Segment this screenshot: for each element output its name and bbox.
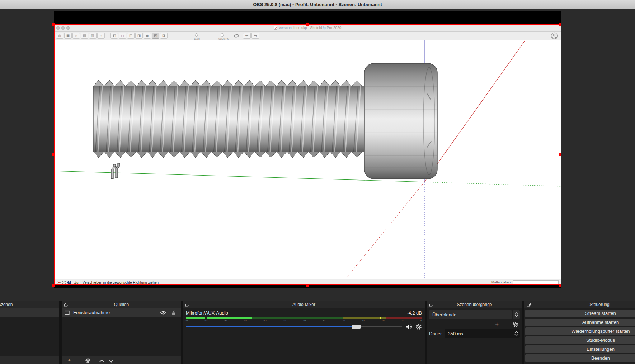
transition-properties-gear-icon[interactable] — [512, 321, 518, 327]
view-front-icon[interactable]: ◻ — [119, 33, 126, 39]
zoom-button[interactable] — [66, 26, 70, 30]
measurements-label: Maßangaben — [491, 281, 511, 284]
source-row[interactable]: Fensteraufnahme — [62, 308, 181, 317]
meter-scale: -60 -55 -50 -45 -40 -35 -30 -25 -20 -15 … — [186, 319, 422, 323]
remove-transition-button[interactable]: − — [504, 321, 507, 327]
speaker-icon[interactable] — [406, 324, 413, 330]
mixer-panel-title: Audio-Mixer — [183, 302, 425, 307]
sketchup-doc-icon — [274, 26, 277, 30]
remove-source-button[interactable]: − — [74, 356, 83, 364]
transitions-panel-header[interactable]: Szenenübergänge — [427, 301, 522, 308]
close-button[interactable] — [56, 26, 60, 30]
small-component[interactable] — [111, 163, 120, 179]
transition-select[interactable]: Überblende — [429, 310, 512, 319]
meter-fill — [186, 317, 252, 319]
geolocation-icon[interactable] — [57, 281, 61, 284]
selection-handle-bottom-right[interactable] — [559, 284, 561, 287]
duration-field[interactable]: 350 ms — [445, 329, 520, 338]
shadow-date-slider[interactable]: 11/08 — [178, 32, 200, 39]
chevron-down-icon — [515, 315, 518, 317]
dock-float-icon[interactable] — [429, 302, 434, 307]
shadow-time-slider[interactable]: 01:30 PM — [203, 32, 229, 39]
duration-spinner[interactable] — [514, 331, 518, 336]
add-transition-button[interactable]: + — [495, 321, 499, 327]
sketchup-window: verschneiden.skp - SketchUp Pro 2020 ◍ ▣… — [54, 24, 561, 285]
transition-select-spinner[interactable] — [513, 310, 520, 319]
zoom-extents-icon[interactable]: ▣ — [64, 33, 72, 39]
swirl-icon[interactable] — [233, 33, 240, 39]
view-top-icon[interactable]: ◧ — [110, 33, 118, 39]
duration-value: 350 ms — [448, 331, 514, 336]
orbit-tool-icon[interactable]: ◍ — [56, 33, 64, 39]
scenes-panel-header[interactable]: Szenen — [0, 301, 59, 308]
scene-back-icon[interactable]: ▤ — [81, 33, 88, 39]
fog-toggle-icon[interactable]: ◪ — [160, 33, 168, 39]
view-side-icon[interactable]: ◫ — [127, 33, 135, 39]
scene-forward-icon[interactable]: ▥ — [89, 33, 97, 39]
controls-panel-title: Steuerung — [524, 302, 635, 307]
account-icon[interactable] — [551, 32, 558, 39]
scenes-panel-title: Szenen — [0, 302, 59, 307]
selection-handle-top-left[interactable] — [52, 23, 55, 26]
mixer-panel-header[interactable]: Audio-Mixer — [183, 301, 425, 308]
selection-handle-top-center[interactable] — [306, 23, 309, 26]
obs-window-title: OBS 25.0.8 (mac) - Profil: Unbenannt - S… — [253, 2, 382, 7]
dock-float-icon[interactable] — [526, 302, 531, 307]
sketchup-viewport[interactable] — [54, 40, 561, 279]
undo-button[interactable]: ↩ — [243, 33, 251, 39]
sketchup-toolbar: ◍ ▣ ⌂ ▤ ▥ ⌂ ◧ ◻ ◫ ◨ ◆ ◩ ◪ 11/08 01:30 PM — [54, 32, 561, 40]
sources-panel-header[interactable]: Quellen — [62, 301, 181, 308]
help-icon[interactable] — [67, 281, 71, 284]
iso-view-icon[interactable]: ⌂ — [97, 33, 105, 39]
dock-float-icon[interactable] — [64, 302, 69, 307]
scene-row-selected[interactable] — [0, 308, 59, 317]
studio-mode-button[interactable]: Studio-Modus — [525, 336, 635, 344]
move-source-up-icon[interactable] — [97, 358, 107, 363]
exit-button[interactable]: Beenden — [525, 354, 635, 362]
visibility-eye-icon[interactable] — [160, 311, 166, 315]
preview-canvas[interactable]: verschneiden.skp - SketchUp Pro 2020 ◍ ▣… — [54, 11, 561, 288]
scenes-toolbar — [0, 356, 59, 364]
scenes-panel: Szenen — [0, 301, 59, 364]
mixer-level-db: -4.2 dB — [407, 310, 422, 316]
view-back-icon[interactable]: ◨ — [135, 33, 143, 39]
redo-button[interactable]: ↪ — [251, 33, 259, 39]
shadow-active-icon[interactable]: ◩ — [152, 33, 159, 39]
measurements-input[interactable] — [513, 280, 559, 284]
selection-handle-top-right[interactable] — [559, 23, 561, 26]
move-source-down-icon[interactable] — [107, 358, 116, 363]
selection-handle-mid-left[interactable] — [52, 153, 55, 156]
settings-button[interactable]: Einstellungen — [525, 345, 635, 353]
selection-handle-mid-right[interactable] — [559, 153, 561, 156]
add-source-button[interactable]: + — [65, 356, 74, 364]
home-view-icon[interactable]: ⌂ — [72, 33, 80, 39]
shadow-date-label: 11/08 — [194, 38, 200, 40]
transitions-panel: Szenenübergänge Überblende + − Dauer — [427, 301, 522, 364]
start-streaming-button[interactable]: Stream starten — [525, 310, 635, 317]
info-icon[interactable] — [62, 281, 66, 284]
start-replay-buffer-button[interactable]: Wiederholungspuffer starten — [525, 327, 635, 335]
sources-panel-title: Quellen — [62, 302, 181, 307]
shadow-toggle-icon[interactable]: ◆ — [144, 33, 151, 39]
start-recording-button[interactable]: Aufnahme starten — [525, 318, 635, 326]
source-properties-gear-icon[interactable] — [83, 357, 93, 363]
screw-model[interactable] — [93, 63, 437, 179]
volume-handle[interactable] — [352, 325, 361, 329]
controls-panel: Steuerung Stream starten Aufnahme starte… — [524, 301, 635, 364]
controls-panel-header[interactable]: Steuerung — [524, 301, 635, 308]
mixer-channel-name: Mikrofon/AUX-Audio — [186, 310, 228, 316]
volume-slider[interactable] — [186, 324, 402, 330]
lock-open-icon[interactable] — [171, 310, 176, 315]
obs-titlebar[interactable]: OBS 25.0.8 (mac) - Profil: Unbenannt - S… — [0, 0, 635, 9]
selection-handle-bottom-left[interactable] — [52, 284, 55, 287]
chevron-down-icon — [514, 334, 518, 336]
transitions-panel-title: Szenenübergänge — [427, 302, 522, 307]
audio-mixer-panel: Audio-Mixer Mikrofon/AUX-Audio -4.2 dB -… — [183, 301, 425, 364]
window-capture-icon — [65, 310, 70, 315]
sketchup-window-title: verschneiden.skp - SketchUp Pro 2020 — [279, 26, 341, 30]
mixer-gear-icon[interactable] — [415, 324, 422, 330]
minimize-button[interactable] — [61, 26, 65, 30]
selection-handle-bottom-center[interactable] — [306, 284, 309, 287]
shadow-time-label: 01:30 PM — [218, 38, 229, 40]
dock-float-icon[interactable] — [185, 302, 190, 307]
